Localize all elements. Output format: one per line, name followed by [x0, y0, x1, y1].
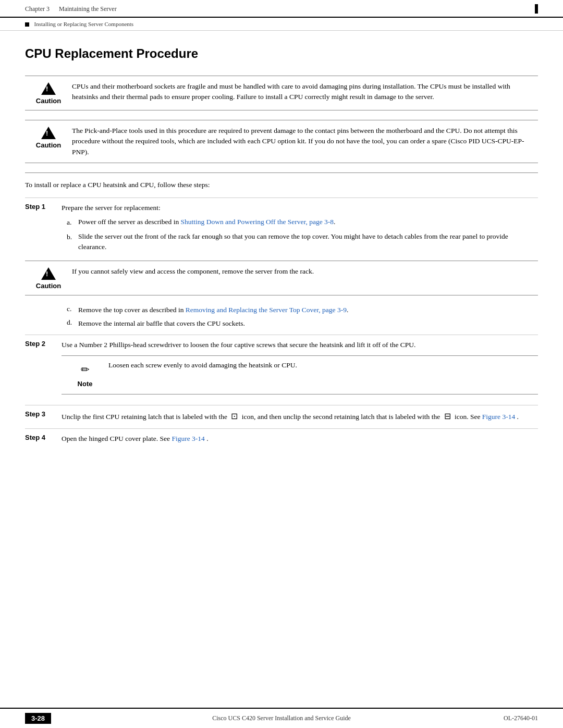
note-pencil-icon: ✏: [81, 361, 90, 378]
sub-c-text-end: .: [347, 306, 348, 314]
chapter-number: Chapter 3: [25, 5, 50, 13]
page-title: CPU Replacement Procedure: [25, 46, 538, 61]
step-1-cont: c. Remove the top cover as described in …: [62, 305, 538, 329]
caution-1-text: CPUs and their motherboard sockets are f…: [72, 81, 538, 103]
section-label: Installing or Replacing Server Component…: [34, 21, 134, 27]
step-3-text-after: icon. See: [455, 413, 482, 421]
step-1-label: Step 1: [25, 202, 62, 211]
step-1-sub-a: a. Power off the server as described in …: [67, 217, 538, 228]
step-3-text-middle: icon, and then unclip the second retaini…: [242, 413, 440, 421]
step-4-link[interactable]: Figure 3-14: [172, 435, 204, 442]
sub-a-text-end: .: [334, 218, 335, 226]
step-3-content: Unclip the first CPU retaining latch tha…: [62, 410, 538, 423]
page-subheader: Installing or Replacing Server Component…: [0, 18, 563, 31]
page-footer: 3-28 Cisco UCS C420 Server Installation …: [0, 708, 563, 728]
caution-3-text: If you cannot safely view and access the…: [72, 266, 538, 277]
step-1-sub-c: c. Remove the top cover as described in …: [67, 305, 538, 315]
sub-b-label: b.: [67, 231, 78, 243]
intro-paragraph: To install or replace a CPU heatsink and…: [25, 172, 538, 191]
sub-b-text: Slide the server out the front of the ra…: [78, 231, 538, 253]
step-4-end: .: [206, 435, 208, 442]
note-block: ✏ Note Loosen each screw evenly to avoid…: [62, 355, 538, 394]
caution-2-icon: [41, 127, 56, 139]
chapter-title-left: Maintaining the Server: [59, 5, 117, 13]
caution-3-left: Caution: [25, 266, 72, 290]
sub-d-label: d.: [67, 318, 78, 327]
step-2-content: Use a Number 2 Phillips-head screwdriver…: [62, 339, 538, 400]
step-1-sub-items: a. Power off the server as described in …: [67, 217, 538, 252]
caution-1-left: Caution: [25, 81, 72, 105]
section-bullet: [25, 22, 29, 27]
caution-block-3: Caution If you cannot safely view and ac…: [25, 261, 538, 295]
note-label: Note: [78, 379, 93, 390]
caution-3-icon: [41, 267, 56, 280]
sub-a-text-before: Power off the server as described in: [78, 218, 181, 226]
footer-center-text: Cisco UCS C420 Server Installation and S…: [59, 714, 504, 722]
step-3-end: .: [517, 413, 519, 421]
caution-1-icon: [41, 82, 56, 95]
step-1-sub-b: b. Slide the server out the front of the…: [67, 231, 538, 253]
step-3-icon2: ⊟: [444, 412, 451, 421]
sub-a-label: a.: [67, 217, 78, 228]
step-4-block: Step 4 Open the hinged CPU cover plate. …: [25, 428, 538, 445]
step-1-text: Prepare the server for replacement:: [62, 204, 161, 212]
step-1-sub-items-cont: c. Remove the top cover as described in …: [67, 305, 538, 329]
step-3-link[interactable]: Figure 3-14: [482, 413, 515, 421]
chapter-title-right: [531, 4, 538, 14]
caution-block-1: Caution CPUs and their motherboard socke…: [25, 76, 538, 110]
note-left: ✏ Note: [62, 360, 108, 390]
step-1-content: Prepare the server for replacement: a. P…: [62, 202, 538, 255]
step-2-block: Step 2 Use a Number 2 Phillips-head scre…: [25, 335, 538, 400]
caution-2-label: Caution: [36, 141, 61, 149]
sub-a-text: Power off the server as described in Shu…: [78, 217, 538, 227]
step-2-text: Use a Number 2 Phillips-head screwdriver…: [62, 341, 415, 349]
step-3-text-before: Unclip the first CPU retaining latch tha…: [62, 413, 227, 421]
step-2-label: Step 2: [25, 339, 62, 348]
sub-d-text: Remove the internal air baffle that cove…: [78, 318, 538, 329]
step-4-label: Step 4: [25, 433, 62, 441]
step-3-icon1: ⊡: [231, 412, 238, 421]
sub-c-link[interactable]: Removing and Replacing the Server Top Co…: [186, 306, 347, 314]
sub-c-label: c.: [67, 305, 78, 313]
footer-page-number: 3-28: [25, 713, 51, 724]
note-text: Loosen each screw evenly to avoid damagi…: [108, 360, 538, 371]
caution-3-label: Caution: [36, 282, 61, 290]
sub-c-text-before: Remove the top cover as described in: [78, 306, 186, 314]
caution-1-label: Caution: [36, 97, 61, 105]
page-header: Chapter 3 Maintaining the Server: [0, 0, 563, 18]
step-3-block: Step 3 Unclip the first CPU retaining la…: [25, 405, 538, 423]
main-content: CPU Replacement Procedure Caution CPUs a…: [0, 31, 563, 480]
chapter-info: Chapter 3 Maintaining the Server: [25, 5, 117, 13]
step-4-content: Open the hinged CPU cover plate. See Fig…: [62, 433, 538, 445]
footer-right-text: OL-27640-01: [504, 714, 538, 722]
step-1-block: Step 1 Prepare the server for replacemen…: [25, 198, 538, 255]
step-1-sub-d: d. Remove the internal air baffle that c…: [67, 318, 538, 329]
header-bar: [535, 4, 538, 14]
sub-c-text: Remove the top cover as described in Rem…: [78, 305, 538, 315]
caution-2-text: The Pick-and-Place tools used in this pr…: [72, 126, 538, 157]
caution-2-left: Caution: [25, 126, 72, 149]
step-3-label: Step 3: [25, 410, 62, 418]
caution-block-2: Caution The Pick-and-Place tools used in…: [25, 120, 538, 163]
step-4-text: Open the hinged CPU cover plate. See: [62, 435, 172, 442]
sub-a-link[interactable]: Shutting Down and Powering Off the Serve…: [181, 218, 334, 226]
